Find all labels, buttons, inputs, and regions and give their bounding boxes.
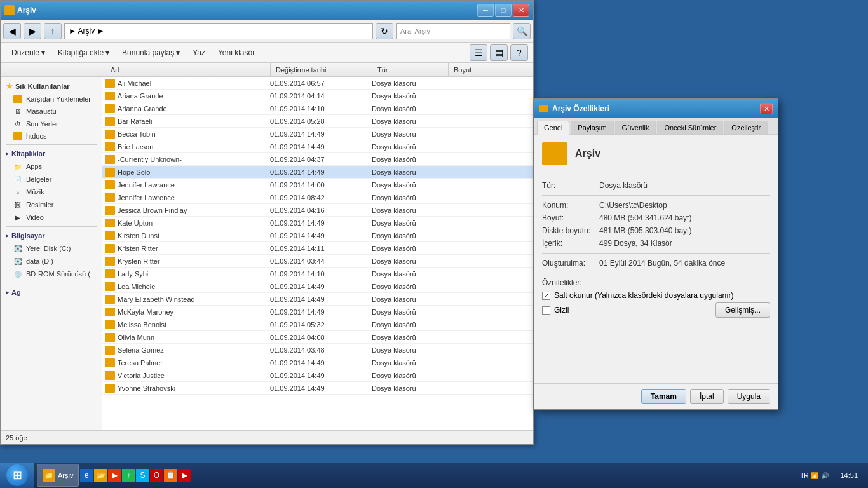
file-name: Jennifer Lawrance <box>118 181 270 189</box>
search-button[interactable]: 🔍 <box>513 23 531 39</box>
readonly-checkbox[interactable]: ✓ <box>542 292 550 300</box>
cancel-button[interactable]: İptal <box>690 389 724 404</box>
back-button[interactable]: ◀ <box>3 23 21 39</box>
libraries-header[interactable]: ▸ Kitaplıklar <box>1 147 102 160</box>
favorites-header[interactable]: Sık Kullanılanlar <box>1 79 102 93</box>
table-row[interactable]: Yvonne Strahovski01.09.2014 14:49Dosya k… <box>102 382 533 395</box>
taskbar: 📁 Arşiv e 📂 ▶ ♪ S O 📋 ▶ TR 📶 🔊 14:51 <box>0 463 868 488</box>
sidebar-item-d-drive[interactable]: 💽 data (D:) <box>1 255 102 268</box>
created-value: 01 Eylül 2014 Bugün, 54 dakika önce <box>599 259 770 268</box>
dialog-sep3 <box>542 273 770 273</box>
sidebar-item-label: Belgeler <box>26 175 51 183</box>
search-field[interactable]: Ara: Arşiv <box>396 23 510 39</box>
table-row[interactable]: Mary Elizabeth Winstead01.09.2014 14:49D… <box>102 293 533 306</box>
col-size[interactable]: Boyut <box>449 63 499 76</box>
sidebar-item-apps[interactable]: 📁 Apps <box>1 160 102 173</box>
col-type[interactable]: Tür <box>372 63 449 76</box>
edit-button[interactable]: Düzenle ▾ <box>6 44 51 61</box>
table-row[interactable]: Hope Solo01.09.2014 14:49Dosya klasörü <box>102 166 533 179</box>
table-row[interactable]: Teresa Palmer01.09.2014 14:49Dosya klasö… <box>102 356 533 369</box>
table-row[interactable]: Victoria Justice01.09.2014 14:49Dosya kl… <box>102 369 533 382</box>
pane-button[interactable]: ▤ <box>490 44 508 61</box>
table-row[interactable]: Brie Larson01.09.2014 14:49Dosya klasörü <box>102 140 533 153</box>
taskbar-opera-icon[interactable]: O <box>150 469 163 482</box>
taskbar-explorer-icon[interactable]: 📂 <box>94 469 107 482</box>
table-row[interactable]: Jennifer Lawrance01.09.2014 14:00Dosya k… <box>102 179 533 191</box>
taskbar-folder-item[interactable]: 📁 Arşiv <box>37 464 79 487</box>
apply-button[interactable]: Uygula <box>728 389 770 404</box>
sidebar: Sık Kullanılanlar Karşıdan Yüklemeler 🖥 … <box>1 77 102 430</box>
tab-previous-versions[interactable]: Önceki Sürümler <box>657 121 723 134</box>
close-button[interactable]: ✕ <box>513 4 529 17</box>
network-label: Ağ <box>11 288 21 296</box>
dialog-sep2 <box>542 253 770 254</box>
taskbar-media-icon[interactable]: ▶ <box>108 469 121 482</box>
taskbar-extra2-icon[interactable]: ▶ <box>178 469 191 482</box>
table-row[interactable]: Becca Tobin01.09.2014 14:49Dosya klasörü <box>102 128 533 140</box>
sidebar-item-pictures[interactable]: 🖼 Resimler <box>1 198 102 211</box>
write-button[interactable]: Yaz <box>187 44 211 61</box>
table-row[interactable]: Lady Sybil01.09.2014 14:10Dosya klasörü <box>102 268 533 280</box>
minimize-button[interactable]: ─ <box>477 4 494 17</box>
new-folder-button[interactable]: Yeni klasör <box>212 44 261 61</box>
maximize-button[interactable]: □ <box>495 4 512 17</box>
forward-button[interactable]: ▶ <box>24 23 41 39</box>
table-row[interactable]: Arianna Grande01.09.2014 14:10Dosya klas… <box>102 102 533 115</box>
refresh-button[interactable]: ↻ <box>376 23 393 39</box>
start-button[interactable] <box>0 463 34 488</box>
table-row[interactable]: Selena Gomez01.09.2014 03:48Dosya klasör… <box>102 344 533 356</box>
table-row[interactable]: McKayla Maroney01.09.2014 14:49Dosya kla… <box>102 306 533 318</box>
taskbar-extra-icon[interactable]: 📋 <box>164 469 177 482</box>
file-date: 01.09.2014 14:10 <box>270 105 372 112</box>
sidebar-item-label: data (D:) <box>26 257 53 265</box>
sidebar-item-recent[interactable]: ⏱ Son Yerler <box>1 118 102 130</box>
table-row[interactable]: Jennifer Lawrence01.09.2014 08:42Dosya k… <box>102 191 533 204</box>
sidebar-item-bd-rom[interactable]: 💿 BD-ROM Sürücüsü ( <box>1 268 102 280</box>
sidebar-item-documents[interactable]: 📄 Belgeler <box>1 173 102 186</box>
table-row[interactable]: Ali Michael01.09.2014 06:57Dosya klasörü <box>102 77 533 90</box>
table-row[interactable]: -Currently Unknown-01.09.2014 04:37Dosya… <box>102 153 533 166</box>
view-options-button[interactable]: ☰ <box>470 44 487 61</box>
col-name[interactable]: Ad <box>105 63 271 76</box>
sidebar-item-c-drive[interactable]: 💽 Yerel Disk (C:) <box>1 242 102 255</box>
table-row[interactable]: Lea Michele01.09.2014 14:49Dosya klasörü <box>102 280 533 293</box>
taskbar-skype-icon[interactable]: S <box>136 469 149 482</box>
table-row[interactable]: Kate Upton01.09.2014 14:49Dosya klasörü <box>102 217 533 229</box>
dialog-size-row: Boyut: 480 MB (504.341.624 bayt) <box>542 214 770 222</box>
ok-button[interactable]: Tamam <box>641 389 686 404</box>
sidebar-item-desktop[interactable]: 🖥 Masaüstü <box>1 105 102 118</box>
share-button[interactable]: Bununla paylaş ▾ <box>116 44 186 61</box>
col-modified[interactable]: Değiştirme tarihi <box>271 63 372 76</box>
dialog-close-button[interactable]: ✕ <box>760 103 773 114</box>
add-to-library-button[interactable]: Kitaplığa ekle ▾ <box>52 44 115 61</box>
table-row[interactable]: Olivia Munn01.09.2014 04:08Dosya klasörü <box>102 331 533 344</box>
tab-security[interactable]: Güvenlik <box>615 121 656 134</box>
up-button[interactable]: ↑ <box>44 23 62 39</box>
size-value: 480 MB (504.341.624 bayt) <box>599 214 770 222</box>
sidebar-item-music[interactable]: ♪ Müzik <box>1 186 102 198</box>
tab-sharing[interactable]: Paylaşım <box>571 121 613 134</box>
sidebar-item-video[interactable]: ▶ Video <box>1 211 102 224</box>
file-list[interactable]: Ali Michael01.09.2014 06:57Dosya klasörü… <box>102 77 533 430</box>
table-row[interactable]: Jessica Brown Findlay01.09.2014 04:16Dos… <box>102 204 533 217</box>
taskbar-clock[interactable]: 14:51 <box>835 471 863 479</box>
computer-label: Bilgisayar <box>11 232 45 240</box>
table-row[interactable]: Kristen Ritter01.09.2014 14:11Dosya klas… <box>102 242 533 255</box>
tab-general[interactable]: Genel <box>537 121 569 135</box>
advanced-button[interactable]: Gelişmiş... <box>715 302 770 318</box>
sidebar-item-htdocs[interactable]: htdocs <box>1 130 102 142</box>
taskbar-spotify-icon[interactable]: ♪ <box>122 469 135 482</box>
help-button[interactable]: ? <box>510 44 528 61</box>
table-row[interactable]: Ariana Grande01.09.2014 04:14Dosya klasö… <box>102 90 533 102</box>
table-row[interactable]: Kirsten Dunst01.09.2014 14:49Dosya klasö… <box>102 229 533 242</box>
table-row[interactable]: Melissa Benoist01.09.2014 05:32Dosya kla… <box>102 318 533 331</box>
hidden-checkbox[interactable] <box>542 306 550 315</box>
table-row[interactable]: Bar Rafaeli01.09.2014 05:28Dosya klasörü <box>102 115 533 128</box>
taskbar-ie-icon[interactable]: e <box>80 469 93 482</box>
sidebar-item-downloads[interactable]: Karşıdan Yüklemeler <box>1 93 102 105</box>
computer-header[interactable]: ▸ Bilgisayar <box>1 229 102 242</box>
table-row[interactable]: Krysten Ritter01.09.2014 03:44Dosya klas… <box>102 255 533 268</box>
tab-customize[interactable]: Özelleştir <box>724 121 768 134</box>
network-header[interactable]: ▸ Ağ <box>1 286 102 299</box>
address-field[interactable]: ► Arşiv ► <box>64 23 373 39</box>
